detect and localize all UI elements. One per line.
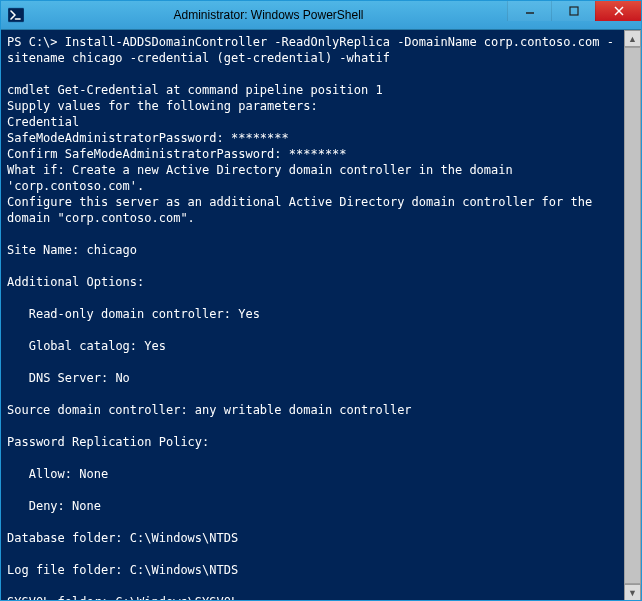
minimize-icon — [525, 6, 535, 16]
maximize-button[interactable] — [551, 1, 595, 21]
output-line: Confirm SafeModeAdministratorPassword: *… — [7, 147, 347, 161]
output-line: Credential — [7, 115, 79, 129]
output-line: Password Replication Policy: — [7, 435, 209, 449]
output-line: SafeModeAdministratorPassword: ******** — [7, 131, 289, 145]
output-line: Read-only domain controller: Yes — [7, 307, 260, 321]
scrollbar-down-button[interactable]: ▼ — [624, 584, 641, 601]
chevron-down-icon: ▼ — [628, 588, 637, 598]
output-line: Allow: None — [7, 467, 108, 481]
window-title: Administrator: Windows PowerShell — [30, 8, 507, 22]
close-button[interactable] — [595, 1, 641, 21]
output-line: DNS Server: No — [7, 371, 130, 385]
output-line: What if: Create a new Active Directory d… — [7, 163, 520, 193]
minimize-button[interactable] — [507, 1, 551, 21]
powershell-icon — [8, 7, 24, 23]
output-line: Supply values for the following paramete… — [7, 99, 318, 113]
output-line: Additional Options: — [7, 275, 144, 289]
close-icon — [614, 6, 624, 16]
output-line: cmdlet Get-Credential at command pipelin… — [7, 83, 383, 97]
chevron-up-icon: ▲ — [628, 34, 637, 44]
terminal-output: PS C:\> Install-ADDSDomainController -Re… — [1, 32, 624, 601]
output-line: Database folder: C:\Windows\NTDS — [7, 531, 238, 545]
output-line: Configure this server as an additional A… — [7, 195, 599, 225]
output-line: Site Name: chicago — [7, 243, 137, 257]
window-titlebar[interactable]: Administrator: Windows PowerShell — [1, 1, 641, 30]
svg-rect-0 — [8, 8, 24, 22]
terminal-area[interactable]: PS C:\> Install-ADDSDomainController -Re… — [1, 30, 641, 601]
maximize-icon — [569, 6, 579, 16]
scrollbar-thumb[interactable] — [624, 47, 641, 584]
scrollbar-up-button[interactable]: ▲ — [624, 30, 641, 47]
output-line: SYSVOL folder: C:\Windows\SYSVOL — [7, 595, 238, 601]
prompt-line: PS C:\> Install-ADDSDomainController -Re… — [7, 35, 614, 65]
window-controls — [507, 1, 641, 29]
output-line: Deny: None — [7, 499, 101, 513]
svg-rect-3 — [570, 7, 578, 15]
output-line: Log file folder: C:\Windows\NTDS — [7, 563, 238, 577]
output-line: Source domain controller: any writable d… — [7, 403, 412, 417]
output-line: Global catalog: Yes — [7, 339, 166, 353]
